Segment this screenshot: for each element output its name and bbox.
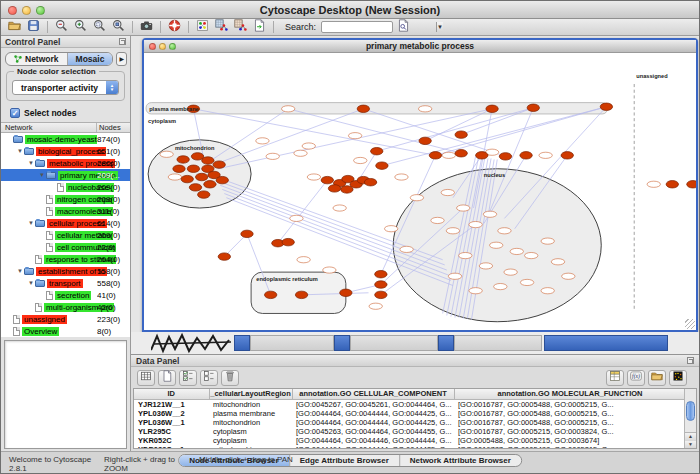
tree-row[interactable]: ▼establishment of lo558(0) — [1, 265, 130, 277]
tree-row[interactable]: ▼primary metabo209(... — [1, 169, 130, 181]
table-row[interactable]: YDR039C__1mitochondrion[GO:0044464, GO:0… — [134, 445, 686, 450]
attribute-matrix-button[interactable] — [669, 370, 687, 386]
node-unhighlighted[interactable] — [333, 205, 346, 211]
node-unhighlighted[interactable] — [302, 143, 315, 149]
tree-expander-icon[interactable]: ▼ — [16, 148, 24, 154]
table-row[interactable]: YLR295Ccytoplasm[GO:0045263, GO:0044464,… — [134, 427, 686, 436]
close-button[interactable] — [8, 6, 17, 15]
table-column-header[interactable]: annotation.GO CELLULAR_COMPONENT — [292, 389, 454, 399]
function-builder-button[interactable]: f(x) — [627, 370, 645, 386]
node-unhighlighted[interactable] — [431, 217, 444, 223]
node-unhighlighted[interactable] — [647, 181, 660, 187]
new-attribute-button[interactable] — [158, 370, 176, 386]
node-unhighlighted[interactable] — [551, 259, 564, 265]
node-unhighlighted[interactable] — [498, 228, 511, 234]
scrollbar-thumb[interactable] — [686, 401, 695, 421]
tree-row[interactable]: ▼metabolic process280(0) — [1, 157, 130, 169]
node-transporter[interactable] — [561, 152, 573, 159]
tree-row[interactable]: unassigned223(0) — [1, 313, 130, 325]
birdseye-view[interactable] — [4, 340, 127, 449]
node-transporter[interactable] — [419, 137, 431, 144]
node-transporter[interactable] — [666, 181, 678, 188]
node-transporter[interactable] — [687, 181, 696, 188]
node-transporter[interactable] — [486, 105, 498, 112]
node-unhighlighted[interactable] — [504, 269, 517, 275]
node-unhighlighted[interactable] — [510, 248, 523, 254]
node-unhighlighted[interactable] — [297, 257, 310, 263]
node-unhighlighted[interactable] — [256, 138, 269, 144]
node-unhighlighted[interactable] — [266, 153, 279, 159]
network-graph-svg[interactable]: plasma membranecytoplasmmitochondrionnuc… — [144, 53, 696, 330]
node-transporter[interactable] — [371, 147, 383, 154]
node-unhighlighted[interactable] — [541, 288, 554, 294]
tree-header-nodes[interactable]: Nodes — [97, 123, 130, 132]
unselect-attributes-button[interactable] — [200, 370, 218, 386]
tab-mosaic[interactable]: Mosaic — [68, 53, 113, 65]
select-nodes-checkbox[interactable]: ✓ — [10, 108, 20, 118]
node-transporter[interactable] — [295, 291, 307, 298]
node-transporter[interactable] — [189, 184, 201, 191]
node-transporter[interactable] — [527, 104, 539, 111]
node-transporter[interactable] — [204, 181, 216, 188]
zoom-fit-button[interactable] — [91, 20, 108, 35]
attribute-grid-button[interactable] — [137, 370, 155, 386]
open-session-button[interactable] — [6, 20, 23, 35]
node-transporter[interactable] — [520, 152, 532, 159]
tree-row[interactable]: mosaic-demo-yeast874(0) — [1, 133, 130, 145]
search-config-button[interactable] — [395, 20, 412, 35]
background-window-fragment[interactable] — [250, 335, 334, 351]
node-unhighlighted[interactable] — [348, 133, 361, 139]
delete-attributes-button[interactable] — [221, 370, 239, 386]
scroll-down-icon[interactable]: ▼ — [685, 441, 696, 449]
node-unhighlighted[interactable] — [539, 152, 552, 158]
table-row[interactable]: YKR052Ccytoplasm[GO:0044464, GO:0044446,… — [134, 436, 686, 445]
network-frame-titlebar[interactable]: primary metabolic process — [144, 40, 696, 53]
node-transporter[interactable] — [321, 176, 333, 183]
node-transporter[interactable] — [476, 152, 488, 159]
node-unhighlighted[interactable] — [448, 273, 461, 279]
node-transporter[interactable] — [177, 156, 189, 163]
tree-row[interactable]: response to stimulu264(0) — [1, 253, 130, 265]
zoom-out-button[interactable] — [53, 20, 70, 35]
node-transporter[interactable] — [375, 270, 387, 277]
background-window-fragment[interactable] — [234, 335, 250, 351]
tree-expander-icon[interactable]: ▼ — [16, 268, 24, 274]
background-window-fragment[interactable] — [334, 335, 350, 351]
node-transporter[interactable] — [241, 230, 253, 237]
network-canvas[interactable]: plasma membranecytoplasmmitochondrionnuc… — [144, 53, 696, 330]
node-unhighlighted[interactable] — [494, 283, 507, 289]
background-window-fragment[interactable] — [350, 335, 438, 351]
tree-row[interactable]: cellular metabo209(0) — [1, 229, 130, 241]
float-panel-icon[interactable] — [119, 38, 126, 45]
tree-header-network[interactable]: Network — [1, 123, 97, 132]
save-session-button[interactable] — [25, 20, 42, 35]
node-transporter[interactable] — [455, 150, 467, 157]
help-button[interactable] — [166, 20, 183, 35]
node-unhighlighted[interactable] — [168, 174, 181, 180]
node-transporter[interactable] — [216, 176, 228, 183]
tab-network-attribute-browser[interactable]: Network Attribute Browser — [400, 455, 521, 466]
node-transporter[interactable] — [600, 103, 612, 110]
scroll-up-icon[interactable]: ▲ — [685, 433, 696, 441]
node-transporter[interactable] — [375, 281, 387, 288]
tree-row[interactable]: nitrogen compo209(0) — [1, 193, 130, 205]
node-unhighlighted[interactable] — [384, 226, 397, 232]
node-unhighlighted[interactable] — [483, 211, 496, 217]
attribute-mapper-2-button[interactable] — [232, 20, 249, 35]
table-row[interactable]: YPL036W__1mitochondrion[GO:0044464, GO:0… — [134, 418, 686, 427]
node-transporter[interactable] — [340, 289, 352, 296]
table-column-header[interactable]: _cellularLayoutRegion — [209, 389, 292, 399]
attribute-mapper-1-button[interactable] — [213, 20, 230, 35]
node-unhighlighted[interactable] — [479, 263, 492, 269]
node-unhighlighted[interactable] — [369, 303, 382, 309]
tree-row[interactable]: ▼cellular process614(0) — [1, 217, 130, 229]
node-unhighlighted[interactable] — [446, 228, 459, 234]
search-input[interactable] — [322, 22, 436, 32]
search-dropdown-arrow-icon[interactable]: ▼ — [436, 22, 443, 32]
tree-expander-icon[interactable]: ▼ — [38, 172, 46, 178]
node-transporter[interactable] — [455, 131, 467, 138]
tree-row[interactable]: ▼transport558(0) — [1, 277, 130, 289]
node-unhighlighted[interactable] — [418, 106, 431, 112]
attribute-editor-button[interactable] — [606, 370, 624, 386]
node-unhighlighted[interactable] — [525, 252, 538, 258]
